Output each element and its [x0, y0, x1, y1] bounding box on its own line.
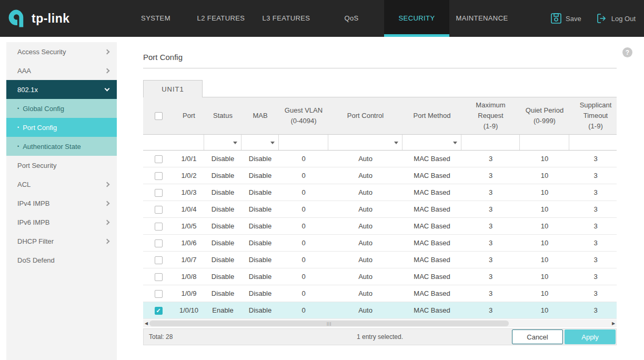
sidebar-item-label: Global Config — [23, 105, 109, 113]
filter-cell[interactable] — [143, 135, 204, 150]
top-navigation: SYSTEML2 FEATURESL3 FEATURESQoSSECURITYM… — [123, 0, 515, 37]
nav-item[interactable]: SECURITY — [384, 0, 449, 37]
cell-supplicant-timeout: 3 — [569, 256, 617, 264]
save-label: Save — [566, 15, 581, 23]
logout-label: Log Out — [611, 15, 636, 23]
cell-port-control: Auto — [328, 205, 402, 213]
column-header: MAB — [242, 97, 279, 134]
table-row[interactable]: 1/0/1 Disable Disable 0 Auto MAC Based 3… — [143, 151, 617, 167]
row-checkbox[interactable] — [155, 189, 163, 197]
cell-port: 1/0/7 — [174, 256, 204, 264]
sidebar-item[interactable]: DoS Defend — [6, 251, 117, 269]
cell-quiet-period: 10 — [520, 205, 569, 213]
filter-cell[interactable] — [328, 135, 402, 150]
select-all-checkbox[interactable] — [155, 112, 163, 120]
save-action[interactable]: Save — [550, 13, 581, 24]
filter-cell[interactable] — [204, 135, 242, 150]
cell-port-control: Auto — [328, 155, 402, 163]
table-row[interactable]: 1/0/4 Disable Disable 0 Auto MAC Based 3… — [143, 201, 617, 218]
sidebar-item-label: Authenticator State — [23, 143, 109, 151]
cell-port-control: Auto — [328, 239, 402, 247]
apply-button[interactable]: Apply — [565, 329, 616, 344]
row-checkbox-cell — [143, 205, 174, 213]
sidebar-item[interactable]: Access Security — [6, 42, 117, 61]
table-body: 1/0/1 Disable Disable 0 Auto MAC Based 3… — [143, 151, 617, 319]
row-checkbox[interactable] — [155, 290, 163, 298]
cancel-button[interactable]: Cancel — [512, 329, 563, 344]
row-checkbox[interactable] — [155, 239, 163, 247]
horizontal-scrollbar[interactable]: ◀ ||| ▶ — [143, 319, 617, 327]
nav-item[interactable]: SYSTEM — [123, 0, 188, 37]
row-checkbox[interactable] — [155, 256, 163, 264]
cell-supplicant-timeout: 3 — [569, 205, 617, 213]
cell-guest-vlan: 0 — [279, 289, 328, 297]
sidebar-item[interactable]: Authenticator State — [6, 137, 117, 156]
cell-mab: Disable — [242, 205, 279, 213]
cell-status: Disable — [204, 273, 242, 281]
table-row[interactable]: 1/0/9 Disable Disable 0 Auto MAC Based 3… — [143, 285, 617, 302]
scroll-thumb[interactable]: ||| — [149, 321, 509, 326]
table-row[interactable]: 1/0/10 Enable Disable 0 Auto MAC Based 3… — [143, 302, 617, 319]
row-checkbox-cell — [143, 222, 174, 230]
cell-port-method: MAC Based — [402, 222, 461, 230]
dropdown-arrow-icon — [233, 142, 237, 144]
nav-item[interactable]: L2 FEATURES — [188, 0, 254, 37]
sidebar-item[interactable]: AAA — [6, 61, 117, 80]
table-header-row: PortStatusMABGuest VLAN (0-4094)Port Con… — [143, 97, 617, 135]
row-checkbox[interactable] — [155, 155, 163, 163]
row-checkbox[interactable] — [155, 206, 163, 214]
chevron-icon — [105, 182, 110, 187]
sidebar-item[interactable]: Global Config — [6, 99, 117, 118]
nav-item[interactable]: MAINTENANCE — [449, 0, 515, 37]
table-row[interactable]: 1/0/7 Disable Disable 0 Auto MAC Based 3… — [143, 252, 617, 268]
row-checkbox[interactable] — [155, 172, 163, 180]
sidebar-item[interactable]: 802.1x — [6, 80, 117, 99]
cell-status: Disable — [204, 256, 242, 264]
cell-port-control: Auto — [328, 256, 402, 264]
cell-quiet-period: 10 — [520, 239, 569, 247]
filter-cell[interactable] — [520, 135, 569, 150]
scroll-left-arrow[interactable]: ◀ — [143, 319, 149, 327]
total-count: Total: 28 — [144, 333, 173, 341]
column-header: Port Control — [328, 97, 402, 134]
sidebar-item[interactable]: DHCP Filter — [6, 232, 117, 251]
sidebar-item[interactable]: Port Config — [6, 118, 117, 137]
cell-port-method: MAC Based — [402, 256, 461, 264]
tplink-logo-icon — [7, 8, 27, 28]
cell-quiet-period: 10 — [520, 222, 569, 230]
filter-cell[interactable] — [569, 135, 617, 150]
row-checkbox[interactable] — [155, 273, 163, 281]
logout-action[interactable]: Log Out — [596, 13, 636, 24]
column-header: Port — [174, 97, 204, 134]
sidebar-item[interactable]: IPv6 IMPB — [6, 213, 117, 232]
cell-guest-vlan: 0 — [279, 239, 328, 247]
sidebar-item[interactable]: IPv4 IMPB — [6, 194, 117, 213]
table-row[interactable]: 1/0/5 Disable Disable 0 Auto MAC Based 3… — [143, 218, 617, 235]
chevron-icon — [105, 49, 110, 54]
cell-status: Disable — [204, 205, 242, 213]
nav-item[interactable]: QoS — [319, 0, 384, 37]
sidebar-item[interactable]: ACL — [6, 175, 117, 194]
tab-unit1[interactable]: UNIT1 — [143, 80, 203, 97]
filter-cell[interactable] — [402, 135, 461, 150]
filter-cell[interactable] — [279, 135, 328, 150]
top-actions: Save Log Out — [550, 0, 636, 37]
row-checkbox[interactable] — [155, 223, 163, 231]
cell-supplicant-timeout: 3 — [569, 239, 617, 247]
cell-port-method: MAC Based — [402, 306, 461, 314]
scroll-track[interactable]: ||| — [149, 321, 610, 326]
table-row[interactable]: 1/0/3 Disable Disable 0 Auto MAC Based 3… — [143, 184, 617, 201]
filter-cell[interactable] — [242, 135, 279, 150]
nav-item[interactable]: L3 FEATURES — [254, 0, 319, 37]
table-row[interactable]: 1/0/2 Disable Disable 0 Auto MAC Based 3… — [143, 167, 617, 184]
cell-quiet-period: 10 — [520, 273, 569, 281]
filter-cell[interactable] — [461, 135, 520, 150]
column-header: Supplicant Timeout (1-9) — [569, 97, 617, 134]
table-row[interactable]: 1/0/8 Disable Disable 0 Auto MAC Based 3… — [143, 268, 617, 285]
sidebar-item[interactable]: Port Security — [6, 156, 117, 175]
row-checkbox[interactable] — [155, 307, 163, 315]
help-icon[interactable]: ? — [622, 47, 632, 57]
table-row[interactable]: 1/0/6 Disable Disable 0 Auto MAC Based 3… — [143, 235, 617, 252]
scroll-right-arrow[interactable]: ▶ — [610, 319, 617, 327]
save-icon — [550, 13, 562, 24]
